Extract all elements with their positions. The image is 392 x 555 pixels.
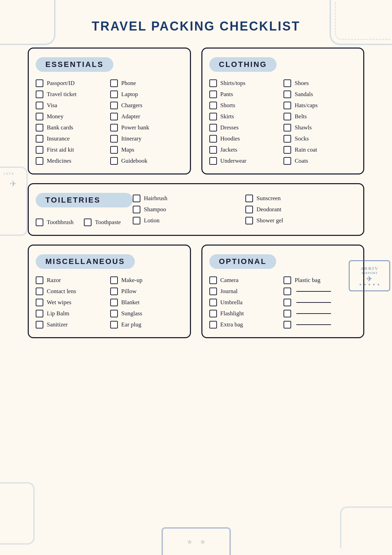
checkbox[interactable]: [110, 276, 118, 284]
checkbox[interactable]: [133, 195, 140, 202]
checkbox[interactable]: [36, 157, 43, 165]
checkbox[interactable]: [36, 219, 43, 226]
list-item: Pants: [209, 91, 282, 98]
checkbox[interactable]: [110, 299, 118, 306]
checkbox[interactable]: [209, 288, 217, 295]
checkbox[interactable]: [36, 124, 43, 131]
list-item: Medicines: [36, 157, 108, 165]
item-label: Insurance: [47, 135, 70, 142]
checkbox[interactable]: [284, 91, 291, 98]
checkbox[interactable]: [110, 135, 118, 143]
checkbox[interactable]: [110, 310, 118, 317]
checkbox[interactable]: [209, 102, 217, 109]
checkbox[interactable]: [209, 157, 217, 165]
list-item: Shoes: [284, 79, 356, 87]
checkbox[interactable]: [284, 102, 291, 109]
item-label: Sunscreen: [256, 195, 281, 202]
optional-grid: Camera Plastic bag Journal Umbrella: [209, 276, 357, 328]
list-item: Rain coat: [284, 146, 356, 154]
checkbox[interactable]: [110, 91, 118, 98]
checkbox[interactable]: [284, 310, 291, 317]
checkbox[interactable]: [36, 288, 43, 295]
bottom-row: MISCELLANEOUS Razor Make-up Contact lens…: [28, 245, 364, 338]
checkbox[interactable]: [245, 217, 253, 224]
item-label: Contact lens: [47, 288, 76, 295]
checkbox[interactable]: [245, 206, 253, 213]
checkbox[interactable]: [36, 135, 43, 143]
checkbox[interactable]: [209, 113, 217, 120]
checkbox[interactable]: [209, 310, 217, 317]
checkbox[interactable]: [284, 79, 291, 87]
checkbox[interactable]: [245, 195, 253, 202]
list-item: Shower gel: [245, 217, 356, 224]
checkbox[interactable]: [36, 321, 43, 328]
checkbox[interactable]: [284, 124, 291, 131]
list-item: Socks: [284, 135, 356, 143]
item-label: Belts: [295, 113, 307, 120]
list-item: Umbrella: [209, 299, 282, 306]
checkbox[interactable]: [36, 299, 43, 306]
checkbox[interactable]: [36, 310, 43, 317]
checkbox[interactable]: [209, 146, 217, 154]
checkbox[interactable]: [110, 79, 118, 87]
checkbox[interactable]: [110, 146, 118, 154]
list-item: Lip Balm: [36, 310, 108, 317]
miscellaneous-grid: Razor Make-up Contact lens Pillow Wet wi…: [36, 276, 183, 328]
checkbox[interactable]: [133, 217, 140, 224]
checkbox[interactable]: [209, 299, 217, 306]
list-item: Shorts: [209, 102, 282, 109]
checkbox[interactable]: [110, 124, 118, 131]
checkbox[interactable]: [36, 79, 43, 87]
checkbox[interactable]: [36, 146, 43, 154]
list-item: Itinerary: [110, 135, 183, 143]
checkbox[interactable]: [209, 124, 217, 131]
item-label: Razor: [47, 277, 61, 284]
checkbox[interactable]: [36, 102, 43, 109]
checkbox[interactable]: [284, 288, 291, 295]
stamp-left-decoration: IATA ✈: [0, 166, 28, 236]
checkbox[interactable]: [110, 102, 118, 109]
checkbox[interactable]: [284, 321, 291, 328]
item-label: Bank cards: [47, 124, 73, 131]
checkbox[interactable]: [284, 299, 291, 306]
list-item: Power bank: [110, 124, 183, 131]
plane-icon: ✈: [0, 179, 26, 189]
stamp-bl-decoration: [0, 482, 35, 545]
checkbox[interactable]: [110, 288, 118, 295]
checkbox[interactable]: [110, 113, 118, 120]
checkbox[interactable]: [284, 276, 291, 284]
checkbox[interactable]: [36, 113, 43, 120]
checkbox[interactable]: [110, 157, 118, 165]
item-label: Plastic bag: [295, 277, 320, 284]
checkbox[interactable]: [209, 91, 217, 98]
checkbox[interactable]: [110, 321, 118, 328]
checkbox[interactable]: [284, 146, 291, 154]
checkbox[interactable]: [209, 321, 217, 328]
item-label: Blanket: [121, 299, 140, 306]
checkbox[interactable]: [84, 219, 92, 226]
list-item: Toothbrush: [36, 219, 73, 226]
checkbox[interactable]: [133, 206, 140, 213]
checkbox[interactable]: [36, 276, 43, 284]
list-item: Contact lens: [36, 288, 108, 295]
item-label: Sandals: [295, 91, 313, 98]
checkbox[interactable]: [209, 135, 217, 143]
item-label: First aid kit: [47, 146, 74, 153]
item-label: Underwear: [220, 157, 247, 164]
checkbox[interactable]: [209, 276, 217, 284]
list-item: Blanket: [110, 299, 183, 306]
checkbox[interactable]: [209, 79, 217, 87]
checkbox[interactable]: [284, 135, 291, 143]
toiletries-main-items: Toothbrush Toothpaste: [36, 219, 133, 226]
checkbox[interactable]: [284, 157, 291, 165]
list-item: [284, 310, 356, 317]
list-item: Journal: [209, 288, 282, 295]
item-label: Hoodies: [220, 135, 240, 142]
clothing-header: CLOTHING: [209, 57, 277, 72]
checkbox[interactable]: [36, 91, 43, 98]
item-label: Extra bag: [220, 321, 243, 328]
item-label: Sanitizer: [47, 321, 68, 328]
checkbox[interactable]: [284, 113, 291, 120]
item-label: Power bank: [121, 124, 149, 131]
item-label: Camera: [220, 277, 239, 284]
